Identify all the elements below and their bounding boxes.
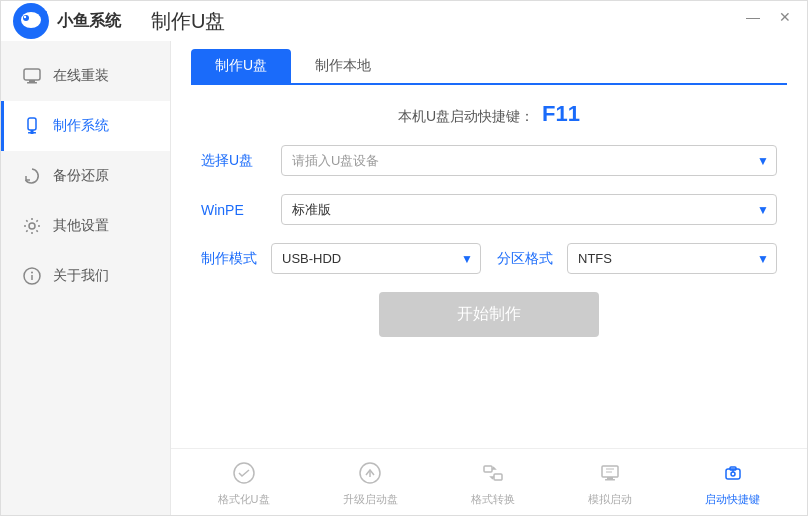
svg-rect-8 bbox=[28, 118, 36, 130]
svg-rect-19 bbox=[494, 474, 502, 480]
sidebar-label-make-system: 制作系统 bbox=[53, 117, 109, 135]
sidebar: 在线重装 制作系统 备份还原 其他设置 关于我们 bbox=[1, 41, 171, 516]
bottom-toolbar: 格式化U盘 升级启动盘 bbox=[171, 448, 807, 516]
usb-icon bbox=[21, 115, 43, 137]
sidebar-item-make-system[interactable]: 制作系统 bbox=[1, 101, 170, 151]
make-mode-control: USB-HDD ▼ bbox=[271, 243, 481, 274]
hotkey-value: F11 bbox=[542, 101, 580, 126]
svg-rect-5 bbox=[24, 69, 40, 80]
winpe-row: WinPE 标准版 ▼ bbox=[201, 194, 777, 225]
svg-rect-10 bbox=[28, 132, 36, 134]
simulate-boot-icon bbox=[598, 461, 622, 489]
partition-dropdown[interactable]: NTFS bbox=[567, 243, 777, 274]
hotkey-row: 本机U盘启动快捷键： F11 bbox=[201, 101, 777, 127]
bottom-format-usb-label: 格式化U盘 bbox=[218, 492, 270, 507]
bottom-upgrade-boot-label: 升级启动盘 bbox=[343, 492, 398, 507]
bottom-format-usb[interactable]: 格式化U盘 bbox=[208, 457, 280, 511]
app-name: 小鱼系统 bbox=[57, 11, 121, 32]
svg-point-11 bbox=[29, 223, 35, 229]
sidebar-item-backup-restore[interactable]: 备份还原 bbox=[1, 151, 170, 201]
bottom-boot-hotkey[interactable]: 启动快捷键 bbox=[695, 457, 770, 511]
select-usb-label: 选择U盘 bbox=[201, 152, 281, 170]
svg-rect-7 bbox=[27, 82, 37, 84]
titlebar: 小鱼系统 制作U盘 — ✕ bbox=[1, 1, 807, 41]
svg-rect-6 bbox=[29, 80, 35, 82]
svg-rect-22 bbox=[605, 479, 615, 481]
select-usb-dropdown[interactable]: 请插入U盘设备 bbox=[281, 145, 777, 176]
select-usb-row: 选择U盘 请插入U盘设备 ▼ bbox=[201, 145, 777, 176]
app-logo bbox=[13, 3, 49, 39]
make-mode-group: 制作模式 USB-HDD ▼ bbox=[201, 243, 481, 274]
sidebar-label-other-settings: 其他设置 bbox=[53, 217, 109, 235]
sidebar-item-about-us[interactable]: 关于我们 bbox=[1, 251, 170, 301]
bottom-format-convert-label: 格式转换 bbox=[471, 492, 515, 507]
bottom-simulate-boot-label: 模拟启动 bbox=[588, 492, 632, 507]
format-usb-icon bbox=[232, 461, 256, 489]
sidebar-item-online-reinstall[interactable]: 在线重装 bbox=[1, 51, 170, 101]
bottom-format-convert[interactable]: 格式转换 bbox=[461, 457, 525, 511]
sidebar-label-backup-restore: 备份还原 bbox=[53, 167, 109, 185]
sidebar-label-online-reinstall: 在线重装 bbox=[53, 67, 109, 85]
partition-label: 分区格式 bbox=[497, 250, 567, 268]
format-convert-icon bbox=[481, 461, 505, 489]
select-usb-control: 请插入U盘设备 ▼ bbox=[281, 145, 777, 176]
hotkey-label: 本机U盘启动快捷键： bbox=[398, 108, 534, 124]
main-layout: 在线重装 制作系统 备份还原 其他设置 关于我们 bbox=[1, 41, 807, 516]
svg-point-2 bbox=[23, 15, 29, 21]
bottom-boot-hotkey-label: 启动快捷键 bbox=[705, 492, 760, 507]
svg-point-27 bbox=[731, 472, 735, 476]
mode-partition-row: 制作模式 USB-HDD ▼ 分区格式 NTFS ▼ bbox=[201, 243, 777, 274]
bottom-upgrade-boot[interactable]: 升级启动盘 bbox=[333, 457, 408, 511]
make-mode-label: 制作模式 bbox=[201, 250, 271, 268]
winpe-label: WinPE bbox=[201, 202, 281, 218]
upgrade-boot-icon bbox=[358, 461, 382, 489]
start-make-button[interactable]: 开始制作 bbox=[379, 292, 599, 337]
bottom-simulate-boot[interactable]: 模拟启动 bbox=[578, 457, 642, 511]
content-area: 制作U盘 制作本地 本机U盘启动快捷键： F11 选择U盘 请插入U盘设备 ▼ bbox=[171, 41, 807, 516]
page-title: 制作U盘 bbox=[151, 8, 225, 35]
winpe-control: 标准版 ▼ bbox=[281, 194, 777, 225]
partition-format-group: 分区格式 NTFS ▼ bbox=[497, 243, 777, 274]
svg-point-15 bbox=[234, 463, 254, 483]
svg-rect-18 bbox=[484, 466, 492, 472]
monitor-icon bbox=[21, 65, 43, 87]
info-icon bbox=[21, 265, 43, 287]
tab-make-usb[interactable]: 制作U盘 bbox=[191, 49, 291, 83]
tab-make-local[interactable]: 制作本地 bbox=[291, 49, 395, 83]
window-controls: — ✕ bbox=[743, 9, 795, 25]
winpe-dropdown[interactable]: 标准版 bbox=[281, 194, 777, 225]
boot-hotkey-icon bbox=[721, 461, 745, 489]
make-mode-dropdown[interactable]: USB-HDD bbox=[271, 243, 481, 274]
sidebar-item-other-settings[interactable]: 其他设置 bbox=[1, 201, 170, 251]
tab-bar: 制作U盘 制作本地 bbox=[191, 49, 787, 85]
backup-icon bbox=[21, 165, 43, 187]
svg-point-14 bbox=[31, 272, 33, 274]
minimize-button[interactable]: — bbox=[743, 9, 763, 25]
svg-rect-21 bbox=[607, 477, 613, 479]
sidebar-label-about-us: 关于我们 bbox=[53, 267, 109, 285]
close-button[interactable]: ✕ bbox=[775, 9, 795, 25]
form-area: 本机U盘启动快捷键： F11 选择U盘 请插入U盘设备 ▼ WinPE 标准 bbox=[171, 85, 807, 448]
svg-point-3 bbox=[24, 16, 26, 18]
gear-icon bbox=[21, 215, 43, 237]
partition-control: NTFS ▼ bbox=[567, 243, 777, 274]
